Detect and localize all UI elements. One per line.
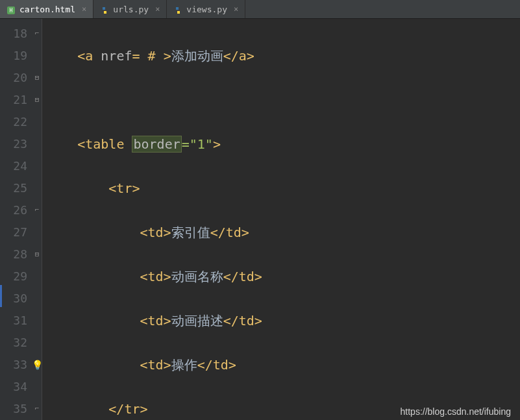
line-number: 27 [0, 221, 27, 243]
code-line: <td>动画描述</td> [46, 310, 351, 332]
line-number: 23 [0, 133, 27, 155]
fold-open-icon[interactable]: ⊟ [32, 243, 42, 266]
line-number: 19 [0, 45, 27, 67]
tab-views-py[interactable]: views.py × [167, 0, 245, 18]
line-number: 18 [0, 23, 27, 45]
code-line: <td>索引值</td> [46, 221, 351, 243]
fold-open-icon[interactable]: ⊟ [32, 67, 42, 89]
tab-urls-py[interactable]: urls.py × [93, 0, 167, 18]
tab-carton-html[interactable]: H carton.html × [0, 0, 93, 18]
caret-line-marker [0, 285, 2, 307]
line-number: 31 [0, 310, 27, 332]
tab-label: carton.html [19, 5, 75, 14]
line-number: 34 [0, 376, 27, 398]
fold-close-icon[interactable]: ⌐ [32, 398, 42, 420]
svg-text:H: H [10, 8, 13, 14]
close-icon[interactable]: × [155, 5, 160, 14]
line-number: 25 [0, 177, 27, 199]
code-line [46, 89, 351, 111]
code-editor[interactable]: 18 19 20 21 22 23 24 25 26 27 28 29 30 3… [0, 19, 520, 420]
fold-open-icon[interactable]: ⊟ [32, 89, 42, 111]
line-number: 30 [0, 288, 27, 310]
line-number: 24 [0, 155, 27, 177]
code-area[interactable]: <a nref= # >添加动画</a> <table border="1"> … [42, 19, 351, 420]
gutter-wrap: 18 19 20 21 22 23 24 25 26 27 28 29 30 3… [0, 19, 42, 420]
close-icon[interactable]: × [234, 5, 238, 14]
tab-label: urls.py [113, 5, 149, 14]
python-file-icon [100, 5, 109, 14]
code-line: <table border="1"> [46, 133, 351, 155]
line-number: 20 [0, 67, 27, 89]
line-number: 35 [0, 398, 27, 420]
fold-close-icon[interactable]: ⌐ [32, 199, 42, 221]
code-line: <td>动画名称</td> [46, 266, 351, 288]
watermark-text: https://blog.csdn.net/ifubing [401, 406, 511, 417]
code-line: <a nref= # >添加动画</a> [46, 45, 351, 67]
line-number: 26 [0, 199, 27, 221]
html-file-icon: H [6, 5, 16, 14]
lightbulb-icon[interactable]: 💡 [32, 354, 43, 376]
fold-gutter: ⌐ ⊟ ⊟ ⌐ ⊟ 💡 ⌐ [32, 19, 42, 420]
line-number: 32 [0, 332, 27, 354]
close-icon[interactable]: × [82, 5, 86, 14]
line-number: 29 [0, 266, 27, 288]
fold-close-icon[interactable]: 💡 [32, 354, 42, 376]
editor-tabs: H carton.html × urls.py × views.py × [0, 0, 520, 19]
gutter-line-numbers: 18 19 20 21 22 23 24 25 26 27 28 29 30 3… [0, 19, 32, 420]
line-number: 21 [0, 89, 27, 111]
code-line: <td>操作</td> [46, 354, 351, 376]
code-line: </tr> [46, 398, 351, 420]
line-number: 22 [0, 111, 27, 133]
fold-close-icon[interactable]: ⌐ [32, 23, 42, 45]
line-number: 33 [0, 354, 27, 376]
python-file-icon [173, 5, 182, 14]
tab-label: views.py [186, 5, 227, 14]
line-number: 28 [0, 243, 27, 266]
code-line: <tr> [46, 177, 351, 199]
